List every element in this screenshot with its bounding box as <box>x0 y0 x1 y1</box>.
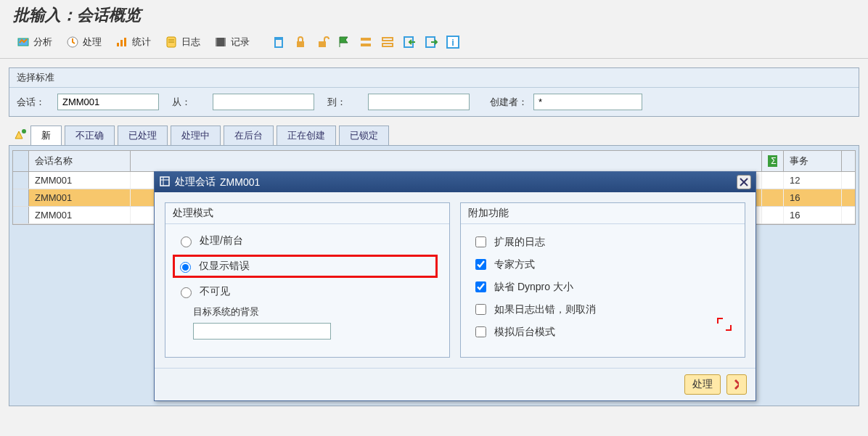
chk-expert-mode-input[interactable] <box>475 259 486 270</box>
process-mode-title: 处理模式 <box>165 203 449 224</box>
row-marker[interactable] <box>13 207 29 223</box>
chk-simulate-bg[interactable]: 模拟后台模式 <box>472 324 733 340</box>
analyze-button[interactable]: 分析 <box>13 33 55 51</box>
radio-errors-only-label: 仅显示错误 <box>199 260 250 273</box>
chk-expert-mode[interactable]: 专家方式 <box>472 257 733 272</box>
tab-processing[interactable]: 处理中 <box>171 126 221 145</box>
svg-point-23 <box>22 129 26 133</box>
svg-rect-2 <box>117 43 119 46</box>
close-icon <box>740 178 748 186</box>
to-input[interactable] <box>368 94 470 110</box>
chk-cancel-on-error-input[interactable] <box>475 304 486 315</box>
dialog-title-prefix: 处理会话 <box>175 176 216 189</box>
record-button[interactable]: 记录 <box>210 33 253 51</box>
grid-marker-header[interactable] <box>13 151 29 171</box>
svg-rect-13 <box>297 41 304 47</box>
lock-icon[interactable] <box>293 35 308 49</box>
cell-sum <box>762 189 784 206</box>
process-label: 处理 <box>83 36 102 49</box>
row-marker[interactable] <box>13 172 29 189</box>
radio-invisible[interactable]: 不可见 <box>177 285 438 298</box>
svg-text:Σ: Σ <box>771 156 776 166</box>
analyze-label: 分析 <box>33 36 52 49</box>
cell-sum <box>762 172 784 189</box>
session-label: 会话： <box>17 96 52 109</box>
analyze-icon <box>16 35 30 49</box>
dialog-process-button[interactable]: 处理 <box>684 374 721 395</box>
chk-extended-log-label: 扩展的日志 <box>494 236 545 249</box>
tab-processed[interactable]: 已处理 <box>118 126 168 145</box>
svg-rect-9 <box>216 38 217 46</box>
svg-rect-10 <box>224 38 226 46</box>
tab-creating[interactable]: 正在创建 <box>277 126 336 145</box>
log-button[interactable]: 日志 <box>161 33 203 51</box>
radio-errors-only-input[interactable] <box>180 262 191 273</box>
radio-foreground[interactable]: 处理/前台 <box>177 234 438 247</box>
cell-session-name: ZMM001 <box>29 172 131 189</box>
to-label: 到： <box>327 96 362 109</box>
dialog-footer: 处理 <box>155 368 756 400</box>
svg-rect-15 <box>361 38 371 41</box>
tab-incorrect[interactable]: 不正确 <box>65 126 115 145</box>
row-marker[interactable] <box>13 189 29 206</box>
tab-background[interactable]: 在后台 <box>224 126 274 145</box>
chk-cancel-on-error[interactable]: 如果日志出错，则取消 <box>472 302 733 317</box>
dialog-close-button[interactable] <box>737 175 751 189</box>
dialog-icon <box>159 176 171 189</box>
tab-locked[interactable]: 已锁定 <box>339 126 389 145</box>
tab-new[interactable]: 新 <box>30 126 62 145</box>
page-title: 批输入：会话概览 <box>0 0 868 33</box>
col-sum-icon[interactable]: Σ <box>762 151 784 171</box>
dialog-cancel-button[interactable] <box>726 374 747 395</box>
cell-transactions: 16 <box>784 189 842 206</box>
criteria-panel: 选择标准 会话： 从： 到： 创建者： <box>9 67 859 117</box>
radio-foreground-input[interactable] <box>181 236 192 247</box>
process-button[interactable]: 处理 <box>62 33 105 51</box>
svg-rect-8 <box>216 38 226 46</box>
deselect-all-icon[interactable] <box>380 35 395 49</box>
stats-icon <box>115 35 129 49</box>
select-all-icon[interactable] <box>359 35 373 49</box>
export-icon[interactable] <box>424 35 438 49</box>
cell-transactions: 16 <box>784 207 842 223</box>
radio-errors-only[interactable]: 仅显示错误 <box>176 260 433 273</box>
additional-functions-title: 附加功能 <box>461 203 745 224</box>
flag-icon[interactable] <box>337 35 351 49</box>
dialog-titlebar[interactable]: 处理会话 ZMM001 <box>155 172 756 192</box>
chk-default-dynpro[interactable]: 缺省 Dynpro 大小 <box>472 279 733 295</box>
trash-icon[interactable] <box>271 35 286 49</box>
app-toolbar: 分析 处理 统计 日志 记录 i <box>0 33 868 59</box>
chk-expert-mode-label: 专家方式 <box>494 258 535 271</box>
creator-input[interactable] <box>533 94 642 110</box>
stats-button[interactable]: 统计 <box>112 33 154 51</box>
radio-invisible-input[interactable] <box>181 287 192 298</box>
chk-default-dynpro-input[interactable] <box>475 281 486 292</box>
svg-rect-4 <box>124 38 126 46</box>
chk-extended-log[interactable]: 扩展的日志 <box>472 234 733 250</box>
chk-simulate-bg-input[interactable] <box>475 326 486 337</box>
criteria-row: 会话： 从： 到： 创建者： <box>9 88 859 116</box>
cell-sum <box>762 207 784 223</box>
svg-rect-12 <box>274 37 283 39</box>
highlight-box: 仅显示错误 <box>173 255 438 278</box>
svg-rect-26 <box>160 177 169 186</box>
radio-invisible-label: 不可见 <box>200 285 230 298</box>
info-icon[interactable]: i <box>446 35 460 49</box>
creator-label: 创建者： <box>490 96 528 109</box>
cancel-icon <box>734 379 739 390</box>
grid-header: 会话名称 Σ 事务 <box>13 151 855 172</box>
from-input[interactable] <box>213 94 314 110</box>
chk-cancel-on-error-label: 如果日志出错，则取消 <box>494 303 596 316</box>
svg-rect-14 <box>319 41 326 47</box>
chk-extended-log-input[interactable] <box>475 236 486 247</box>
dialog-process-label: 处理 <box>692 378 713 391</box>
unlock-icon[interactable] <box>315 35 329 49</box>
bg-system-input[interactable] <box>193 323 331 340</box>
col-session-name[interactable]: 会话名称 <box>29 151 131 171</box>
criteria-title: 选择标准 <box>9 68 859 88</box>
stats-label: 统计 <box>132 36 151 49</box>
session-input[interactable] <box>57 94 159 110</box>
col-transactions[interactable]: 事务 <box>784 151 842 171</box>
import-icon[interactable] <box>402 35 417 49</box>
tab-indicator-icon <box>12 126 29 143</box>
